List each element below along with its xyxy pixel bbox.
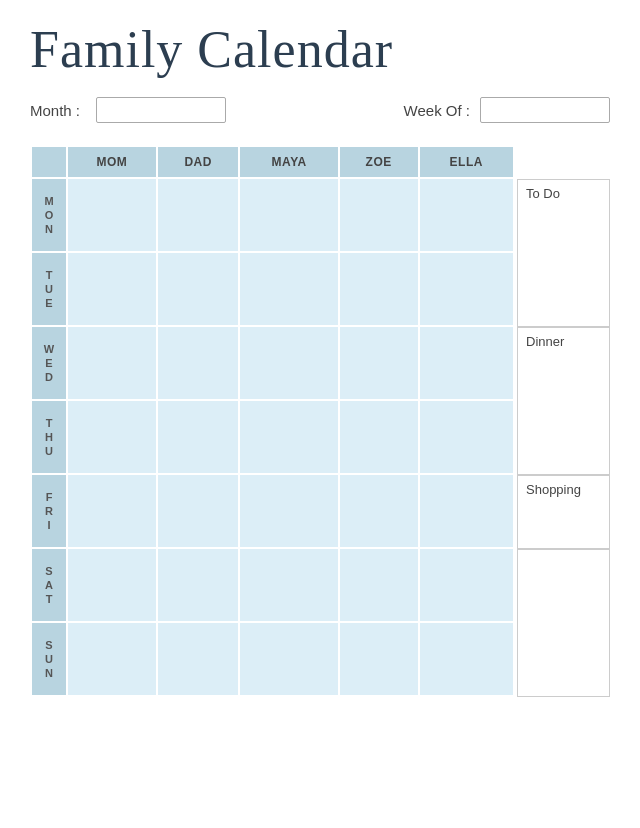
cell-0-2[interactable]: [239, 178, 338, 252]
cell-1-3[interactable]: [339, 252, 419, 326]
sidebar-label-2: Shopping: [518, 476, 609, 501]
sidebar-section-3: [517, 549, 610, 697]
cell-3-2[interactable]: [239, 400, 338, 474]
cell-6-0[interactable]: [67, 622, 157, 696]
sidebar-section-0: To Do: [517, 179, 610, 327]
week-of-group: Week Of :: [404, 97, 610, 123]
cell-3-1[interactable]: [157, 400, 240, 474]
week-of-input[interactable]: [480, 97, 610, 123]
cell-6-4[interactable]: [419, 622, 514, 696]
day-label-4: FRI: [31, 474, 67, 548]
cell-4-3[interactable]: [339, 474, 419, 548]
calendar-table: MOM DAD MAYA ZOE ELLA MONTUEWEDTHUFRISAT…: [30, 145, 515, 697]
page-title: Family Calendar: [30, 20, 610, 79]
cell-3-3[interactable]: [339, 400, 419, 474]
day-label-3: THU: [31, 400, 67, 474]
cell-2-3[interactable]: [339, 326, 419, 400]
day-label-0: MON: [31, 178, 67, 252]
cell-6-2[interactable]: [239, 622, 338, 696]
cell-4-1[interactable]: [157, 474, 240, 548]
header-row: Month : Week Of :: [30, 97, 610, 123]
cell-6-1[interactable]: [157, 622, 240, 696]
month-input[interactable]: [96, 97, 226, 123]
sidebar-section-2: Shopping: [517, 475, 610, 549]
col-header-dad: DAD: [157, 146, 240, 178]
cell-3-0[interactable]: [67, 400, 157, 474]
cell-5-1[interactable]: [157, 548, 240, 622]
day-label-2: WED: [31, 326, 67, 400]
cell-4-2[interactable]: [239, 474, 338, 548]
cell-0-0[interactable]: [67, 178, 157, 252]
cell-2-1[interactable]: [157, 326, 240, 400]
cell-1-4[interactable]: [419, 252, 514, 326]
cell-0-3[interactable]: [339, 178, 419, 252]
sidebar-label-0: To Do: [518, 180, 609, 205]
cell-2-0[interactable]: [67, 326, 157, 400]
cell-0-1[interactable]: [157, 178, 240, 252]
month-label: Month :: [30, 102, 80, 119]
cell-0-4[interactable]: [419, 178, 514, 252]
sidebar-label-1: Dinner: [518, 328, 609, 353]
cell-1-0[interactable]: [67, 252, 157, 326]
col-header-zoe: ZOE: [339, 146, 419, 178]
cell-5-4[interactable]: [419, 548, 514, 622]
week-of-label: Week Of :: [404, 102, 470, 119]
calendar-wrapper: MOM DAD MAYA ZOE ELLA MONTUEWEDTHUFRISAT…: [30, 145, 610, 697]
cell-2-4[interactable]: [419, 326, 514, 400]
cell-1-1[interactable]: [157, 252, 240, 326]
cell-4-0[interactable]: [67, 474, 157, 548]
cell-5-2[interactable]: [239, 548, 338, 622]
col-header-day: [31, 146, 67, 178]
cell-3-4[interactable]: [419, 400, 514, 474]
cell-4-4[interactable]: [419, 474, 514, 548]
sidebar-section-1: Dinner: [517, 327, 610, 475]
day-label-1: TUE: [31, 252, 67, 326]
col-header-maya: MAYA: [239, 146, 338, 178]
col-header-mom: MOM: [67, 146, 157, 178]
day-label-6: SUN: [31, 622, 67, 696]
cell-2-2[interactable]: [239, 326, 338, 400]
col-header-ella: ELLA: [419, 146, 514, 178]
cell-5-0[interactable]: [67, 548, 157, 622]
cell-6-3[interactable]: [339, 622, 419, 696]
day-label-5: SAT: [31, 548, 67, 622]
cell-5-3[interactable]: [339, 548, 419, 622]
cell-1-2[interactable]: [239, 252, 338, 326]
sidebar: To DoDinnerShopping: [515, 145, 610, 697]
